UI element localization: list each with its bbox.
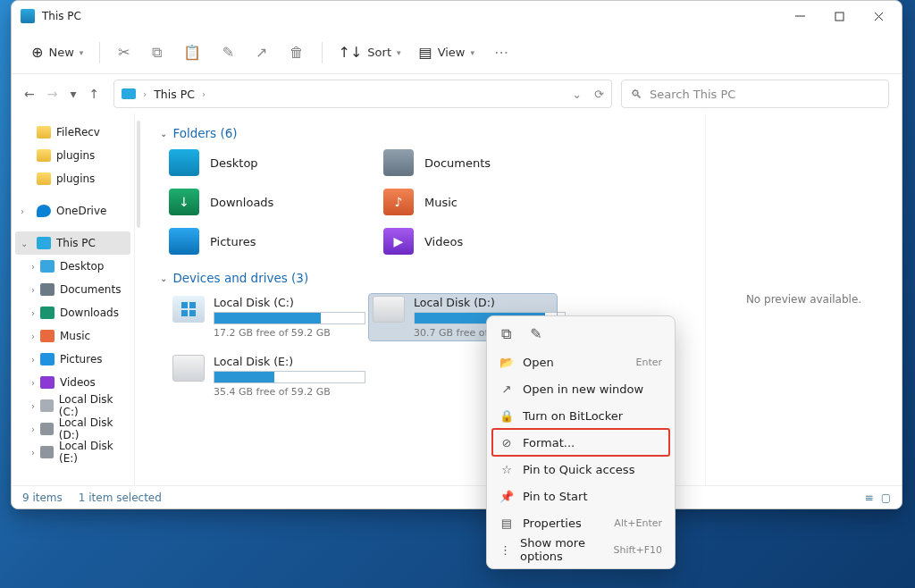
search-icon: 🔍︎	[631, 88, 642, 101]
sidebar-item-local-disk-d[interactable]: ›Local Disk (D:)	[15, 417, 130, 441]
chevron-right-icon[interactable]: ›	[31, 332, 35, 341]
sort-icon: ↑↓	[339, 44, 363, 61]
address-bar[interactable]: › This PC › ⌄ ⟳	[113, 80, 612, 108]
pin-icon: 📌	[499, 489, 514, 503]
breadcrumb[interactable]: This PC	[154, 88, 195, 101]
sidebar-item-music[interactable]: ›Music	[15, 324, 130, 348]
sidebar-item-local-disk-e[interactable]: ›Local Disk (E:)	[15, 441, 130, 464]
sidebar-item-filerecv[interactable]: FileRecv	[15, 121, 130, 144]
new-button[interactable]: ⊕ New ▾	[24, 38, 90, 68]
chevron-right-icon: ›	[143, 89, 147, 99]
chevron-right-icon[interactable]: ›	[31, 355, 35, 365]
folder-icon	[37, 126, 51, 139]
scrollbar[interactable]	[137, 121, 140, 228]
chevron-right-icon[interactable]: ›	[21, 206, 24, 216]
folder-music[interactable]: ♪Music	[383, 189, 571, 215]
folder-desktop[interactable]: Desktop	[169, 149, 357, 176]
ctx-open[interactable]: 📂OpenEnter	[492, 349, 669, 375]
status-selected: 1 item selected	[79, 491, 162, 504]
sidebar-item-pictures[interactable]: ›Pictures	[15, 348, 130, 371]
maximize-button[interactable]	[819, 3, 859, 29]
forward-button[interactable]: →	[47, 87, 58, 101]
ctx-bitlocker[interactable]: 🔒Turn on BitLocker	[492, 402, 669, 429]
view-icon: ▤	[419, 44, 432, 61]
view-button[interactable]: ▤ View ▾	[412, 38, 483, 68]
ctx-pin-start[interactable]: 📌Pin to Start	[492, 483, 669, 509]
drive-local-disk-c[interactable]: Local Disk (C:) 17.2 GB free of 59.2 GB	[169, 294, 357, 340]
pictures-icon	[40, 353, 55, 365]
thumb-view-button[interactable]: ▢	[881, 491, 891, 504]
documents-icon	[40, 283, 55, 296]
ctx-rename-button[interactable]: ✎	[528, 325, 544, 341]
music-icon	[40, 330, 55, 342]
sidebar-item-videos[interactable]: ›Videos	[15, 371, 130, 394]
folder-pictures[interactable]: Pictures	[169, 228, 357, 255]
chevron-down-icon[interactable]: ⌄	[21, 239, 28, 248]
sidebar-item-plugins[interactable]: plugins	[15, 144, 130, 167]
drive-icon	[172, 355, 205, 382]
svg-rect-4	[189, 310, 196, 316]
drive-free: 35.4 GB free of 59.2 GB	[214, 386, 353, 398]
ctx-properties[interactable]: ▤PropertiesAlt+Enter	[492, 509, 669, 536]
drive-name: Local Disk (D:)	[414, 296, 553, 309]
folder-videos[interactable]: ▶Videos	[383, 228, 571, 255]
thispc-icon	[122, 88, 136, 99]
up-button[interactable]: ↑	[89, 87, 100, 101]
downloads-icon: ↓	[169, 189, 199, 215]
ellipsis-icon: ⋯	[494, 44, 508, 61]
cut-button[interactable]: ✂	[109, 38, 139, 68]
folder-documents[interactable]: Documents	[383, 149, 571, 176]
sidebar-item-desktop[interactable]: ›Desktop	[15, 255, 130, 278]
sidebar-item-downloads[interactable]: ›Downloads	[15, 301, 130, 324]
chevron-right-icon[interactable]: ›	[31, 448, 35, 458]
sidebar-item-local-disk-c[interactable]: ›Local Disk (C:)	[15, 394, 130, 417]
ctx-copy-button[interactable]: ⧉	[498, 325, 514, 341]
close-button[interactable]	[859, 3, 898, 29]
chevron-right-icon[interactable]: ›	[31, 262, 35, 272]
section-folders[interactable]: ⌄Folders (6)	[160, 126, 687, 140]
back-button[interactable]: ←	[24, 87, 35, 101]
copy-button[interactable]: ⧉	[143, 38, 171, 68]
share-button[interactable]: ↗	[247, 38, 276, 68]
ctx-format[interactable]: ⊘Format...	[492, 429, 669, 456]
windows-drive-icon	[172, 296, 205, 323]
copy-icon: ⧉	[152, 44, 162, 61]
disk-icon	[40, 399, 54, 412]
disk-icon	[40, 423, 54, 435]
chevron-right-icon[interactable]: ›	[31, 424, 35, 434]
sidebar-item-plugins[interactable]: plugins	[15, 167, 130, 190]
drive-icon	[373, 296, 405, 323]
ctx-open-new-window[interactable]: ↗Open in new window	[492, 375, 669, 402]
rename-button[interactable]: ✎	[214, 38, 243, 68]
chevron-right-icon[interactable]: ›	[31, 285, 35, 295]
chevron-right-icon[interactable]: ›	[31, 401, 35, 411]
sidebar-item-documents[interactable]: ›Documents	[15, 278, 130, 301]
chevron-down-icon: ▾	[80, 48, 84, 57]
details-view-button[interactable]: ≡	[865, 491, 874, 504]
share-icon: ↗	[256, 44, 267, 61]
onedrive-icon	[37, 205, 51, 217]
refresh-button[interactable]: ⟳	[594, 88, 604, 101]
chevron-right-icon[interactable]: ›	[31, 378, 35, 388]
drive-local-disk-e[interactable]: Local Disk (E:) 35.4 GB free of 59.2 GB	[169, 353, 357, 399]
drive-name: Local Disk (C:)	[214, 296, 353, 309]
chevron-right-icon[interactable]: ›	[31, 308, 35, 318]
more-button[interactable]: ⋯	[485, 38, 517, 68]
recent-dropdown[interactable]: ▾	[70, 87, 76, 101]
sort-button[interactable]: ↑↓ Sort ▾	[332, 38, 408, 68]
folder-icon	[37, 149, 51, 162]
cut-icon: ✂	[118, 44, 130, 61]
delete-button[interactable]: 🗑	[281, 38, 313, 68]
paste-button[interactable]: 📋	[174, 38, 210, 68]
search-input[interactable]: 🔍︎ Search This PC	[621, 80, 889, 108]
ctx-more-options[interactable]: ⋮Show more optionsShift+F10	[492, 536, 669, 563]
dropdown-icon[interactable]: ⌄	[572, 88, 582, 101]
videos-icon: ▶	[383, 228, 414, 255]
section-drives[interactable]: ⌄Devices and drives (3)	[160, 271, 687, 285]
ctx-pin-quick-access[interactable]: ☆Pin to Quick access	[492, 456, 669, 483]
sidebar-item-onedrive[interactable]: ›OneDrive	[15, 199, 130, 223]
svg-rect-0	[835, 13, 844, 21]
sidebar-item-thispc[interactable]: ⌄This PC	[15, 231, 130, 255]
minimize-button[interactable]	[780, 3, 819, 29]
folder-downloads[interactable]: ↓Downloads	[169, 189, 357, 215]
